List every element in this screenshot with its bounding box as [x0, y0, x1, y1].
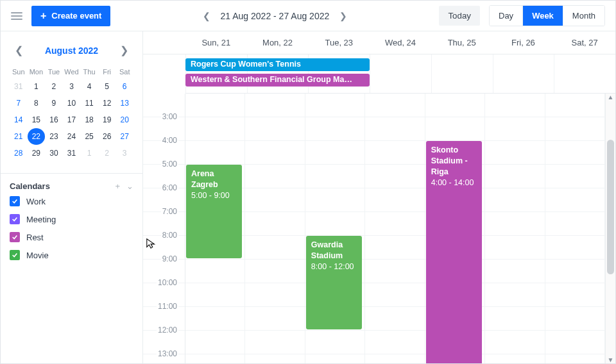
calendar-checkbox[interactable] [10, 250, 20, 260]
calendar-checkbox[interactable] [10, 196, 20, 206]
view-month[interactable]: Month [563, 6, 604, 26]
calendar-item[interactable]: Meeting [10, 214, 133, 224]
scroll-down-icon[interactable]: ▼ [606, 356, 615, 363]
day-column[interactable] [245, 94, 305, 363]
time-label: 12:00 [157, 326, 178, 335]
week-header: Sun, 21Mon, 22Tue, 23Wed, 24Thu, 25Fri, … [143, 31, 615, 54]
mini-dow: Sat [116, 64, 133, 78]
mini-calendar-header: ❮ August 2022 ❯ [1, 37, 142, 64]
date-range-label: 21 Aug 2022 - 27 Aug 2022 [221, 11, 330, 21]
mini-dow: Fri [98, 64, 116, 78]
event-time: 4:00 - 14:00 [431, 178, 477, 188]
sidebar: ❮ August 2022 ❯ SunMonTueWedThuFriSat 31… [1, 31, 143, 363]
time-label: 4:00 [161, 136, 178, 145]
day-column[interactable]: Arena Zagreb5:00 - 9:00 [185, 94, 245, 363]
mini-day[interactable]: 16 [45, 112, 63, 128]
calendar-checkbox[interactable] [10, 214, 20, 224]
today-button[interactable]: Today [439, 6, 480, 26]
mini-day[interactable]: 9 [45, 95, 63, 112]
vertical-scrollbar[interactable]: ▲ ▼ [605, 94, 615, 363]
mini-day[interactable]: 3 [116, 145, 133, 161]
day-column[interactable]: Gwardia Stadium8:00 - 12:00 [305, 94, 365, 363]
day-column[interactable] [545, 94, 605, 363]
mini-next-month[interactable]: ❯ [116, 42, 132, 59]
mini-day[interactable]: 31 [63, 145, 81, 161]
mini-day[interactable]: 29 [28, 145, 46, 161]
event[interactable]: Gwardia Stadium8:00 - 12:00 [306, 236, 362, 329]
mini-day[interactable]: 26 [98, 128, 116, 145]
week-view: Sun, 21Mon, 22Tue, 23Wed, 24Thu, 25Fri, … [143, 31, 615, 363]
scroll-up-icon[interactable]: ▲ [606, 94, 615, 101]
event[interactable]: Arena Zagreb5:00 - 9:00 [186, 165, 242, 258]
expand-calendars-icon[interactable]: ⌄ [126, 181, 133, 191]
mini-calendar: SunMonTueWedThuFriSat 311234567891011121… [1, 64, 142, 168]
mini-day[interactable]: 13 [116, 95, 133, 112]
mini-day[interactable]: 7 [10, 95, 28, 112]
allday-event[interactable]: Rogers Cup Women's Tennis [185, 58, 370, 71]
mini-day[interactable]: 1 [80, 145, 98, 161]
event-title: Gwardia Stadium [311, 240, 357, 261]
mini-day[interactable]: 24 [63, 128, 81, 145]
day-header: Tue, 23 [308, 31, 370, 54]
mini-day[interactable]: 27 [116, 128, 133, 145]
add-calendar-icon[interactable]: + [115, 181, 120, 191]
mini-day[interactable]: 1 [28, 78, 46, 95]
event-title: Arena Zagreb [191, 169, 237, 190]
mini-day[interactable]: 5 [98, 78, 116, 95]
mini-day[interactable]: 19 [98, 112, 116, 128]
mini-dow: Wed [63, 64, 81, 78]
mini-day[interactable]: 15 [28, 112, 46, 128]
mini-day[interactable]: 25 [80, 128, 98, 145]
day-header: Wed, 24 [370, 31, 431, 54]
mini-day[interactable]: 31 [10, 78, 28, 95]
hamburger-icon[interactable] [11, 12, 22, 20]
calendar-item[interactable]: Rest [10, 232, 133, 242]
day-column[interactable] [485, 94, 545, 363]
day-column[interactable]: Skonto Stadium - Riga4:00 - 14:00 [425, 94, 485, 363]
calendar-item[interactable]: Work [10, 196, 133, 206]
day-column[interactable] [365, 94, 425, 363]
calendars-title: Calendars [10, 181, 50, 191]
time-label: 10:00 [157, 278, 178, 287]
view-week[interactable]: Week [522, 6, 563, 26]
calendar-item[interactable]: Movie [10, 250, 133, 260]
time-label: 9:00 [161, 254, 178, 263]
week-grid[interactable]: Arena Zagreb5:00 - 9:00Gwardia Stadium8:… [185, 94, 605, 363]
mini-dow: Tue [45, 64, 63, 78]
view-day[interactable]: Day [490, 6, 522, 26]
time-label: 11:00 [157, 302, 178, 311]
calendar-list: WorkMeetingRestMovie [1, 196, 142, 267]
mini-day[interactable]: 17 [63, 112, 81, 128]
mini-day[interactable]: 4 [80, 78, 98, 95]
create-event-button[interactable]: + Create event [31, 6, 110, 26]
mini-day[interactable]: 2 [98, 145, 116, 161]
mini-day[interactable]: 2 [45, 78, 63, 95]
mini-day[interactable]: 6 [116, 78, 133, 95]
calendars-header: Calendars + ⌄ [1, 174, 142, 196]
mini-prev-month[interactable]: ❮ [11, 42, 27, 59]
calendar-label: Movie [26, 251, 49, 260]
mini-day[interactable]: 14 [10, 112, 28, 128]
prev-week-button[interactable]: ❮ [200, 8, 213, 24]
mini-day[interactable]: 23 [45, 128, 63, 145]
mini-day[interactable]: 12 [98, 95, 116, 112]
mini-day[interactable]: 21 [10, 128, 28, 145]
mini-day[interactable]: 10 [63, 95, 81, 112]
event[interactable]: Skonto Stadium - Riga4:00 - 14:00 [426, 141, 482, 363]
mini-calendar-title: August 2022 [45, 46, 98, 56]
scrollbar-thumb[interactable] [607, 140, 614, 274]
day-header: Mon, 22 [247, 31, 309, 54]
mini-day[interactable]: 22 [28, 128, 46, 145]
mini-day[interactable]: 30 [45, 145, 63, 161]
mini-day[interactable]: 18 [80, 112, 98, 128]
event-title: Skonto Stadium - Riga [431, 145, 477, 178]
mini-day[interactable]: 3 [63, 78, 81, 95]
mini-day[interactable]: 28 [10, 145, 28, 161]
plus-icon: + [40, 11, 46, 21]
calendar-checkbox[interactable] [10, 232, 20, 242]
next-week-button[interactable]: ❯ [337, 8, 350, 24]
mini-day[interactable]: 11 [80, 95, 98, 112]
allday-event[interactable]: Western & Southern Financial Group Ma… [185, 74, 370, 87]
mini-day[interactable]: 20 [116, 112, 133, 128]
mini-day[interactable]: 8 [28, 95, 46, 112]
